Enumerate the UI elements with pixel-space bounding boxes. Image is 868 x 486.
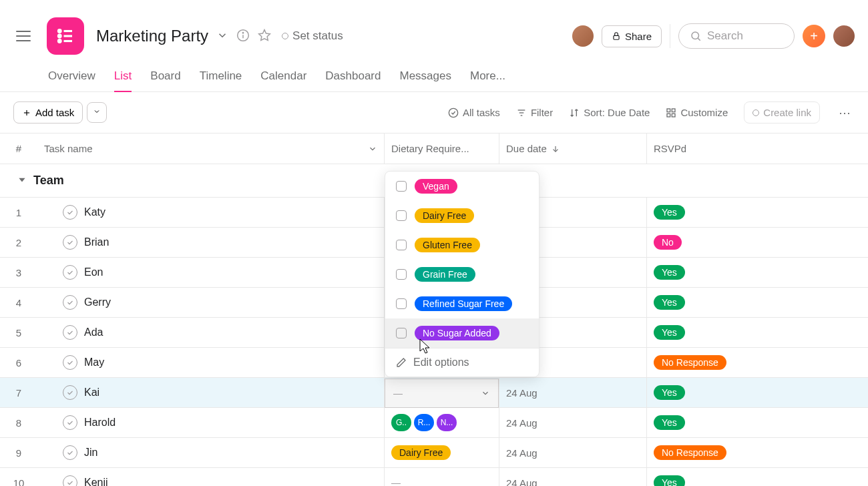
project-title[interactable]: Marketing Party bbox=[96, 27, 208, 45]
task-name-cell[interactable]: Jin bbox=[37, 440, 384, 465]
complete-toggle[interactable] bbox=[63, 205, 77, 220]
tab-messages[interactable]: Messages bbox=[399, 64, 451, 91]
sort-button[interactable]: Sort: Due Date bbox=[569, 107, 650, 118]
col-rsvpd[interactable]: RSVPd bbox=[646, 134, 868, 164]
project-icon[interactable] bbox=[47, 17, 84, 55]
rsvp-cell[interactable]: Yes bbox=[646, 378, 868, 407]
menu-toggle[interactable] bbox=[13, 28, 33, 44]
task-name-cell[interactable]: Eon bbox=[37, 260, 384, 285]
col-dietary[interactable]: Dietary Require... bbox=[384, 134, 499, 164]
checkbox[interactable] bbox=[396, 269, 407, 280]
check-circle-icon bbox=[448, 107, 459, 118]
filter-button[interactable]: Filter bbox=[516, 107, 553, 118]
table-row[interactable]: 9JinDairy Free24 AugNo Response bbox=[0, 438, 868, 468]
dropdown-option[interactable]: Vegan bbox=[385, 172, 539, 201]
add-task-dropdown[interactable] bbox=[87, 102, 107, 123]
due-date-cell[interactable]: 24 Aug bbox=[499, 408, 646, 437]
option-pill: Dairy Free bbox=[415, 208, 474, 223]
dietary-cell[interactable]: Dairy Free bbox=[384, 438, 499, 467]
rsvp-cell[interactable]: Yes bbox=[646, 198, 868, 227]
rsvp-cell[interactable]: No Response bbox=[646, 348, 868, 377]
svg-marker-24 bbox=[19, 178, 25, 182]
complete-toggle[interactable] bbox=[63, 325, 77, 340]
complete-toggle[interactable] bbox=[63, 445, 77, 460]
task-name-cell[interactable]: Ada bbox=[37, 320, 384, 345]
rsvp-cell[interactable]: No Response bbox=[646, 438, 868, 467]
complete-toggle[interactable] bbox=[63, 415, 77, 430]
rsvp-cell[interactable]: Yes bbox=[646, 258, 868, 287]
complete-toggle[interactable] bbox=[63, 295, 77, 310]
tab-dashboard[interactable]: Dashboard bbox=[325, 64, 381, 91]
user-avatar[interactable] bbox=[833, 25, 855, 47]
task-name-cell[interactable]: Brian bbox=[37, 230, 384, 255]
tab-list[interactable]: List bbox=[114, 64, 132, 92]
more-actions[interactable]: ⋯ bbox=[836, 105, 855, 120]
member-avatar[interactable] bbox=[572, 25, 594, 47]
tab-overview[interactable]: Overview bbox=[48, 64, 95, 91]
set-status-button[interactable]: Set status bbox=[282, 29, 343, 43]
complete-toggle[interactable] bbox=[63, 385, 77, 400]
task-name-cell[interactable]: Kenji bbox=[37, 470, 384, 486]
star-icon[interactable] bbox=[258, 29, 271, 44]
task-name-cell[interactable]: May bbox=[37, 350, 384, 375]
checkbox[interactable] bbox=[396, 181, 407, 192]
table-row[interactable]: 10Kenji—24 AugYes bbox=[0, 468, 868, 486]
dropdown-option[interactable]: Grain Free bbox=[385, 260, 539, 289]
edit-options-button[interactable]: Edit options bbox=[385, 348, 539, 377]
rsvp-cell[interactable]: Yes bbox=[646, 318, 868, 347]
rsvp-badge: No Response bbox=[654, 445, 726, 460]
pencil-icon bbox=[396, 357, 407, 368]
tab-more[interactable]: More... bbox=[470, 64, 505, 91]
svg-rect-21 bbox=[667, 113, 670, 117]
checkbox[interactable] bbox=[396, 210, 407, 221]
dietary-cell[interactable]: G..R...N... bbox=[384, 408, 499, 437]
table-row[interactable]: 8HaroldG..R...N...24 AugYes bbox=[0, 408, 868, 438]
complete-toggle[interactable] bbox=[63, 235, 77, 250]
complete-toggle[interactable] bbox=[63, 355, 77, 370]
rsvp-cell[interactable]: Yes bbox=[646, 468, 868, 486]
tab-timeline[interactable]: Timeline bbox=[200, 64, 242, 91]
checkbox[interactable] bbox=[396, 328, 407, 338]
share-button[interactable]: Share bbox=[602, 25, 662, 47]
checkbox[interactable] bbox=[396, 240, 407, 250]
task-name-cell[interactable]: Gerry bbox=[37, 290, 384, 315]
col-task-name[interactable]: Task name bbox=[37, 134, 384, 164]
row-number: 9 bbox=[0, 442, 37, 464]
dietary-cell[interactable]: — bbox=[384, 468, 499, 486]
complete-toggle[interactable] bbox=[63, 475, 77, 486]
create-link-button[interactable]: Create link bbox=[744, 101, 820, 124]
task-name-cell[interactable]: Katy bbox=[37, 200, 384, 225]
task-name-cell[interactable]: Kai bbox=[37, 380, 384, 405]
task-name: Ada bbox=[84, 326, 103, 338]
checkbox[interactable] bbox=[396, 298, 407, 309]
add-task-button[interactable]: Add task bbox=[13, 101, 83, 124]
task-name-cell[interactable]: Harold bbox=[37, 410, 384, 435]
rsvp-cell[interactable]: Yes bbox=[646, 408, 868, 437]
dropdown-option[interactable]: No Sugar Added bbox=[385, 318, 539, 348]
tab-board[interactable]: Board bbox=[150, 64, 180, 91]
customize-button[interactable]: Customize bbox=[666, 107, 728, 118]
chevron-down-icon[interactable] bbox=[216, 29, 228, 43]
row-number: 4 bbox=[0, 292, 37, 314]
info-icon[interactable] bbox=[236, 29, 250, 44]
due-date-cell[interactable]: 24 Aug bbox=[499, 468, 646, 486]
dropdown-option[interactable]: Gluten Free bbox=[385, 230, 539, 260]
col-num[interactable]: # bbox=[0, 134, 37, 164]
tab-calendar[interactable]: Calendar bbox=[260, 64, 306, 91]
dropdown-option[interactable]: Dairy Free bbox=[385, 201, 539, 230]
section-toggle-icon[interactable] bbox=[17, 175, 27, 186]
svg-point-0 bbox=[58, 30, 61, 33]
rsvp-cell[interactable]: Yes bbox=[646, 288, 868, 317]
all-tasks-filter[interactable]: All tasks bbox=[448, 107, 500, 118]
table-header-row: # Task name Dietary Require... Due date … bbox=[0, 134, 868, 164]
col-due-date[interactable]: Due date bbox=[499, 134, 646, 164]
due-date-cell[interactable]: 24 Aug bbox=[499, 438, 646, 467]
add-fab-button[interactable]: + bbox=[803, 25, 825, 47]
dropdown-option[interactable]: Refined Sugar Free bbox=[385, 289, 539, 318]
complete-toggle[interactable] bbox=[63, 265, 77, 280]
due-date-cell[interactable]: 24 Aug bbox=[499, 378, 646, 407]
rsvp-cell[interactable]: No bbox=[646, 228, 868, 257]
svg-point-8 bbox=[242, 32, 243, 33]
dietary-cell-select[interactable]: — bbox=[385, 379, 499, 408]
search-input[interactable]: Search bbox=[678, 23, 795, 49]
